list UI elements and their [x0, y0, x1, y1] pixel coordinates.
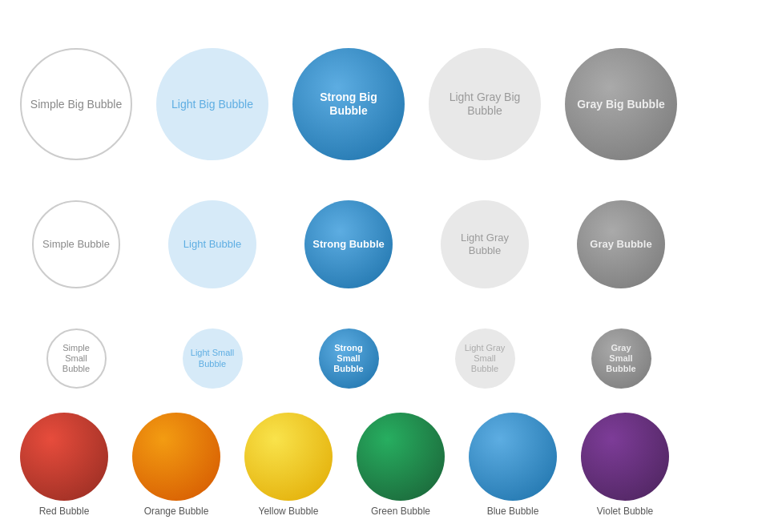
- bubble-cell-1-3: Light Gray Bubble: [417, 168, 553, 288]
- bubble-cell-1-4: Gray Bubble: [553, 168, 689, 288]
- bubble-cell-2-0: Simple Small Bubble: [8, 296, 144, 389]
- bubble-cell-3-4: Blue Bubble: [457, 397, 569, 517]
- bubble-label-3-5: Violet Bubble: [597, 506, 654, 517]
- bubble-cell-1-0: Simple Bubble: [8, 168, 144, 288]
- bubble-1-0: Simple Bubble: [32, 200, 120, 288]
- bubble-3-5: [581, 413, 669, 501]
- bubble-2-0: Simple Small Bubble: [46, 328, 107, 389]
- bubble-label-3-2: Yellow Bubble: [259, 506, 319, 517]
- bubble-text-2-3: Light Gray Small Bubble: [463, 343, 507, 375]
- bubble-cell-3-5: Violet Bubble: [569, 397, 681, 517]
- bubble-text-1-3: Light Gray Bubble: [449, 232, 521, 256]
- bubble-0-1: Light Big Bubble: [156, 48, 268, 160]
- bubble-cell-2-1: Light Small Bubble: [144, 296, 280, 389]
- bubble-cell-2-4: Gray Small Bubble: [553, 296, 689, 389]
- bubble-cell-4-2: Light Yellow Bubble: [232, 525, 345, 532]
- bubble-cell-0-0: Simple Big Bubble: [8, 16, 144, 160]
- bubble-0-2: Strong Big Bubble: [292, 48, 405, 160]
- bubble-cell-4-0: Light Red Bubble: [8, 525, 120, 532]
- bubble-2-4: Gray Small Bubble: [591, 328, 651, 389]
- bubble-1-4: Gray Bubble: [577, 200, 665, 288]
- bubble-text-0-0: Simple Big Bubble: [30, 98, 122, 111]
- bubble-row-1: Simple BubbleLight BubbleStrong BubbleLi…: [8, 168, 754, 288]
- bubble-cell-1-2: Strong Bubble: [280, 168, 417, 288]
- bubble-cell-2-3: Light Gray Small Bubble: [417, 296, 553, 389]
- bubble-text-2-0: Simple Small Bubble: [56, 343, 97, 375]
- bubble-text-1-4: Gray Bubble: [590, 238, 651, 251]
- bubble-cell-0-2: Strong Big Bubble: [280, 16, 417, 160]
- bubble-2-2: Strong Small Bubble: [319, 328, 379, 389]
- bubble-0-4: Gray Big Bubble: [565, 48, 677, 160]
- bubble-cell-4-3: Light Green Bubble: [345, 525, 457, 532]
- bubble-cell-2-2: Strong Small Bubble: [280, 296, 417, 389]
- bubble-cell-3-1: Orange Bubble: [120, 397, 232, 517]
- bubble-0-3: Light Gray Big Bubble: [429, 48, 541, 160]
- bubble-row-3: Red BubbleOrange BubbleYellow BubbleGree…: [8, 397, 754, 517]
- bubble-label-3-0: Red Bubble: [39, 506, 90, 517]
- bubble-cell-0-4: Gray Big Bubble: [553, 16, 689, 160]
- bubble-3-3: [357, 413, 445, 501]
- bubble-0-0: Simple Big Bubble: [20, 48, 132, 160]
- bubble-cell-3-2: Yellow Bubble: [232, 397, 345, 517]
- bubble-row-0: Simple Big BubbleLight Big BubbleStrong …: [8, 16, 754, 160]
- bubble-text-0-1: Light Big Bubble: [171, 98, 253, 111]
- bubble-cell-3-3: Green Bubble: [345, 397, 457, 517]
- bubble-label-3-1: Orange Bubble: [144, 506, 209, 517]
- bubble-text-1-0: Simple Bubble: [42, 238, 110, 251]
- bubble-text-0-4: Gray Big Bubble: [577, 98, 665, 111]
- bubble-text-2-2: Strong Small Bubble: [327, 343, 371, 375]
- bubble-1-2: Strong Bubble: [304, 200, 393, 288]
- bubble-label-3-4: Blue Bubble: [487, 506, 539, 517]
- canvas: Simple Big BubbleLight Big BubbleStrong …: [0, 0, 762, 532]
- bubble-cell-0-3: Light Gray Big Bubble: [417, 16, 553, 160]
- bubble-text-2-4: Gray Small Bubble: [599, 343, 643, 375]
- bubble-cell-1-1: Light Bubble: [144, 168, 280, 288]
- bubble-text-0-3: Light Gray Big Bubble: [437, 91, 533, 118]
- bubble-1-3: Light Gray Bubble: [441, 200, 529, 288]
- bubble-3-1: [132, 413, 220, 501]
- bubble-row-4: Light Red BubbleLight Orange BubbleLight…: [8, 525, 754, 532]
- bubble-grid: Simple Big BubbleLight Big BubbleStrong …: [8, 16, 754, 532]
- bubble-3-4: [469, 413, 557, 501]
- bubble-text-1-1: Light Bubble: [183, 238, 241, 251]
- bubble-text-1-2: Strong Bubble: [312, 238, 385, 251]
- bubble-cell-4-1: Light Orange Bubble: [120, 525, 232, 532]
- bubble-2-1: Light Small Bubble: [183, 328, 243, 389]
- bubble-cell-0-1: Light Big Bubble: [144, 16, 280, 160]
- bubble-text-0-2: Strong Big Bubble: [300, 91, 397, 118]
- bubble-label-3-3: Green Bubble: [371, 506, 430, 517]
- bubble-1-1: Light Bubble: [168, 200, 256, 288]
- bubble-text-2-1: Light Small Bubble: [191, 348, 235, 369]
- bubble-3-2: [244, 413, 333, 501]
- bubble-3-0: [20, 413, 108, 501]
- bubble-row-2: Simple Small BubbleLight Small BubbleStr…: [8, 296, 754, 389]
- bubble-cell-4-4: Light Blue Bubble: [457, 525, 569, 532]
- bubble-cell-4-5: Light Violet Bubble: [569, 525, 681, 532]
- bubble-2-3: Light Gray Small Bubble: [455, 328, 515, 389]
- bubble-cell-3-0: Red Bubble: [8, 397, 120, 517]
